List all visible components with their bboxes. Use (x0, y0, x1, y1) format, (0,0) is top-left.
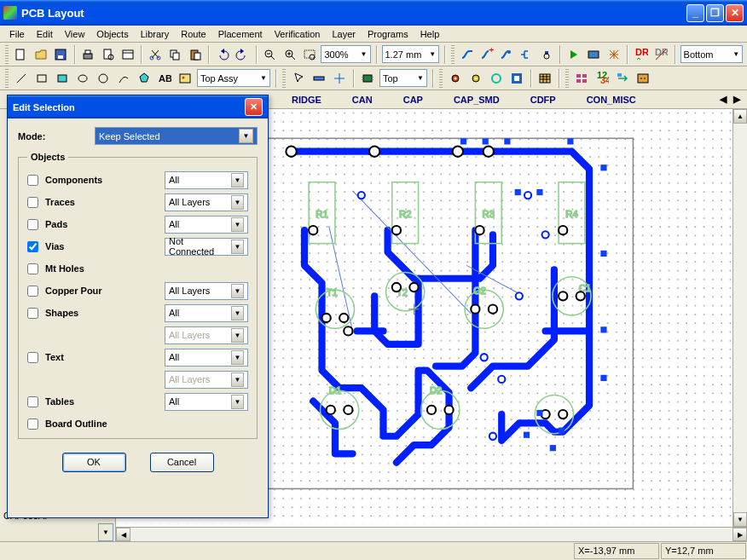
toolbar-grip[interactable] (5, 45, 9, 64)
route-edit-button[interactable] (498, 45, 516, 64)
drc-on-button[interactable]: DRC (632, 45, 650, 64)
menu-objects[interactable]: Objects (90, 27, 134, 41)
mthole-tool[interactable] (487, 69, 506, 88)
via-tool[interactable] (466, 69, 485, 88)
close-button[interactable]: ✕ (726, 4, 744, 22)
zoom-out-button[interactable] (261, 45, 279, 64)
titles-button[interactable] (119, 45, 136, 64)
components-checkbox[interactable] (27, 175, 38, 186)
redo-button[interactable] (233, 45, 251, 64)
component-tool[interactable] (358, 69, 377, 88)
measure-tool[interactable] (310, 69, 328, 88)
copperpour-checkbox[interactable] (27, 286, 38, 297)
ratsnest-button[interactable] (605, 45, 622, 64)
ok-button[interactable]: OK (62, 453, 126, 472)
menu-file[interactable]: File (3, 27, 31, 41)
layer-combo[interactable]: Bottom▼ (680, 45, 744, 63)
comp-cap-smd[interactable]: CAP_SMD (438, 93, 515, 107)
shapes-layer-combo[interactable]: All Layers▼ (165, 326, 248, 344)
schematic-button[interactable] (634, 69, 652, 88)
comp-con-misc[interactable]: CON_MISC (571, 93, 651, 107)
menu-view[interactable]: View (59, 27, 91, 41)
toolbar-grip[interactable] (451, 45, 455, 64)
text-checkbox[interactable] (27, 352, 38, 363)
panelize-button[interactable] (572, 69, 591, 88)
toolbar-grip[interactable] (5, 69, 9, 88)
line-tool[interactable] (12, 69, 31, 88)
text-layer-combo[interactable]: All Layers▼ (165, 371, 248, 389)
mtholes-checkbox[interactable] (27, 263, 38, 274)
assy-combo[interactable]: Top Assy▼ (197, 69, 270, 87)
cut-button[interactable] (146, 45, 164, 64)
renumber-button[interactable]: 1234 (593, 69, 611, 88)
vias-checkbox[interactable] (27, 241, 38, 252)
text-combo[interactable]: All▼ (165, 349, 248, 367)
new-button[interactable] (12, 45, 30, 64)
side-combo[interactable]: Top▼ (379, 69, 427, 87)
copper-pour-tool[interactable] (507, 69, 526, 88)
menu-programs[interactable]: Programs (362, 27, 414, 41)
mode-combo[interactable]: Keep Selected▼ (95, 127, 258, 145)
comp-can[interactable]: CAN (337, 93, 388, 107)
comp-cdfp[interactable]: CDFP (515, 93, 571, 107)
pads-checkbox[interactable] (27, 219, 38, 230)
menu-route[interactable]: Route (175, 27, 211, 41)
menu-layer[interactable]: Layer (326, 27, 362, 41)
open-button[interactable] (32, 45, 49, 64)
vertical-scrollbar[interactable]: ▲ ▼ (733, 109, 747, 527)
paste-button[interactable] (186, 45, 204, 64)
rect-tool[interactable] (32, 69, 51, 88)
filled-rect-tool[interactable] (53, 69, 72, 88)
comp-ridge[interactable]: RIDGE (276, 93, 337, 107)
print-preview-button[interactable] (99, 45, 117, 64)
route-settings-button[interactable] (537, 45, 555, 64)
components-combo[interactable]: All▼ (165, 171, 248, 189)
toolbar-grip[interactable] (565, 69, 569, 88)
tables-combo[interactable]: All▼ (165, 393, 248, 411)
text-tool[interactable]: ABC (155, 69, 174, 88)
dialog-titlebar[interactable]: Edit Selection ✕ (8, 95, 268, 118)
shapes-checkbox[interactable] (27, 308, 38, 319)
toolbar-grip[interactable] (282, 69, 286, 88)
zoom-combo[interactable]: 300%▼ (321, 45, 370, 63)
traces-combo[interactable]: All Layers▼ (165, 193, 248, 211)
autorouter-button[interactable] (585, 45, 603, 64)
menu-help[interactable]: Help (414, 27, 446, 41)
traces-checkbox[interactable] (27, 197, 38, 208)
table-tool[interactable] (536, 69, 554, 88)
pads-combo[interactable]: All▼ (165, 216, 248, 234)
polygon-tool[interactable] (135, 69, 153, 88)
arc-tool[interactable] (114, 69, 133, 88)
image-tool[interactable] (176, 69, 194, 88)
menu-verification[interactable]: Verification (269, 27, 327, 41)
comp-cap[interactable]: CAP (388, 93, 438, 107)
tables-checkbox[interactable] (27, 396, 38, 407)
print-button[interactable] (79, 45, 97, 64)
panel-combo[interactable]: ▼ (98, 523, 113, 541)
vias-combo[interactable]: Not Connected▼ (165, 238, 248, 256)
toolbar-grip[interactable] (439, 69, 443, 88)
route-add-button[interactable]: + (478, 45, 495, 64)
origin-tool[interactable] (330, 69, 349, 88)
grid-combo[interactable]: 1.27 mm▼ (382, 45, 440, 63)
ellipse-tool[interactable] (73, 69, 92, 88)
menu-library[interactable]: Library (135, 27, 176, 41)
select-tool[interactable] (289, 69, 308, 88)
zoom-window-button[interactable] (300, 45, 318, 64)
route-manual-button[interactable] (458, 45, 476, 64)
run-button[interactable] (565, 45, 582, 64)
save-button[interactable] (51, 45, 69, 64)
shapes-combo[interactable]: All▼ (165, 304, 248, 322)
horizontal-scrollbar[interactable]: ◀▶ (116, 527, 747, 541)
undo-button[interactable] (213, 45, 231, 64)
dialog-close-button[interactable]: ✕ (245, 98, 263, 116)
boardoutline-checkbox[interactable] (27, 419, 38, 430)
maximize-button[interactable]: ❐ (706, 4, 724, 22)
comp-prev-button[interactable]: ◀ (716, 94, 730, 105)
menu-placement[interactable]: Placement (212, 27, 269, 41)
copy-button[interactable] (166, 45, 184, 64)
copperpour-combo[interactable]: All Layers▼ (165, 282, 248, 300)
cancel-button[interactable]: Cancel (150, 453, 214, 472)
menu-edit[interactable]: Edit (31, 27, 59, 41)
back-annotate-button[interactable] (613, 69, 632, 88)
